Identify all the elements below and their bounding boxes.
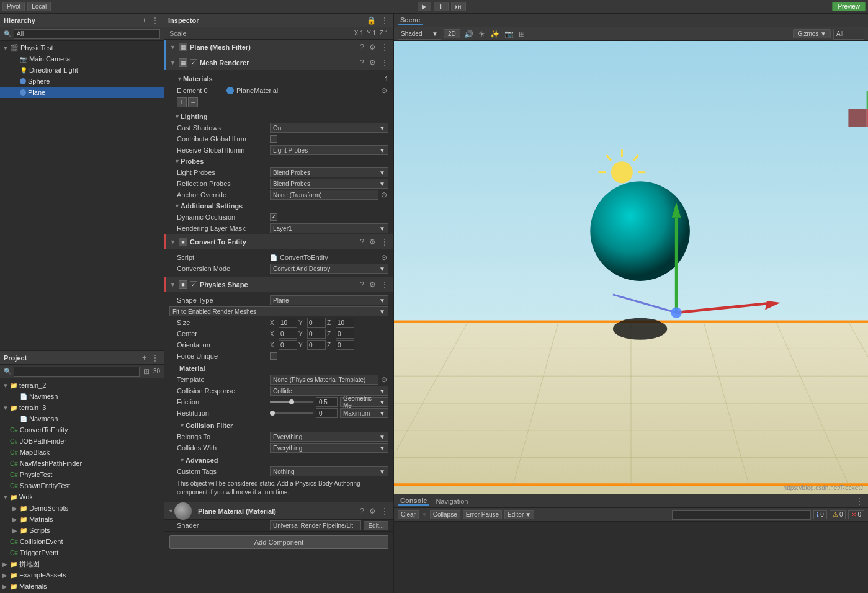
physics-shape-header[interactable]: ▼ ■ ✓ Physics Shape ? ⚙ ⋮ bbox=[164, 277, 393, 292]
restitution-input[interactable] bbox=[316, 408, 338, 418]
toolbar-pause-btn[interactable]: ⏸ bbox=[434, 2, 449, 11]
cte-conversion-dropdown[interactable]: Convert And Destroy ▼ bbox=[270, 264, 388, 274]
grid-icon[interactable]: ⊞ bbox=[517, 30, 526, 38]
project-item-matrials[interactable]: ▶ 📁 Matrials bbox=[0, 514, 164, 525]
template-dropdown[interactable]: None (Physics Material Template) bbox=[270, 375, 378, 385]
ps-settings-icon[interactable]: ⚙ bbox=[368, 280, 377, 289]
project-item-navmesh1[interactable]: 📄 Navmesh bbox=[0, 391, 164, 402]
project-item-jobpathfinder[interactable]: C# JOBPathFinder bbox=[0, 435, 164, 447]
mat-add-btn[interactable]: + bbox=[177, 97, 187, 107]
anchor-override-pick-icon[interactable]: ⊙ bbox=[380, 190, 388, 199]
receive-gi-dropdown[interactable]: Light Probes ▼ bbox=[270, 145, 388, 155]
project-item-physictest[interactable]: C# PhysicTest bbox=[0, 469, 164, 480]
collision-filter-header[interactable]: ▼ Collision Filter bbox=[169, 420, 393, 431]
project-item-navmeshpf[interactable]: C# NavMeshPathFinder bbox=[0, 458, 164, 469]
collides-with-dropdown[interactable]: Everything ▼ bbox=[270, 443, 388, 453]
project-item-collisionevent[interactable]: C# CollisionEvent bbox=[0, 536, 164, 547]
size-z-input[interactable] bbox=[336, 318, 354, 328]
plane-mat-menu-icon[interactable]: ⋮ bbox=[380, 507, 390, 515]
project-item-tilemap[interactable]: ▶ 📁 拼地图 bbox=[0, 558, 164, 569]
inspector-menu-icon[interactable]: ⋮ bbox=[380, 16, 390, 25]
mesh-filter-menu-icon[interactable]: ⋮ bbox=[380, 43, 390, 51]
friction-slider-track[interactable] bbox=[270, 401, 313, 403]
template-pick-icon[interactable]: ⊙ bbox=[380, 375, 388, 384]
console-tab[interactable]: Console bbox=[398, 497, 429, 506]
edit-shader-btn[interactable]: Edit... bbox=[364, 521, 388, 530]
camera2-icon[interactable]: 📷 bbox=[503, 30, 515, 38]
project-item-terrain3[interactable]: ▼ 📁 terrain_3 bbox=[0, 402, 164, 413]
shape-type-dropdown[interactable]: Plane ▼ bbox=[270, 295, 388, 305]
hierarchy-item-maincamera[interactable]: 📷 Main Camera bbox=[0, 53, 164, 65]
hierarchy-item-light[interactable]: 💡 Directional Light bbox=[0, 65, 164, 76]
mesh-filter-header[interactable]: ▼ ▦ Plane (Mesh Filter) ? ⚙ ⋮ bbox=[164, 40, 393, 55]
project-item-converttentity[interactable]: C# ConvertToEntity bbox=[0, 424, 164, 435]
mesh-renderer-header[interactable]: ▼ ▦ ✓ Mesh Renderer ? ⚙ ⋮ bbox=[164, 55, 393, 70]
fx-icon[interactable]: ✨ bbox=[489, 30, 501, 38]
cte-settings-icon[interactable]: ⚙ bbox=[368, 238, 377, 246]
editor-btn[interactable]: Editor ▼ bbox=[504, 510, 534, 519]
mesh-renderer-settings-icon[interactable]: ⚙ bbox=[368, 58, 377, 67]
cast-shadows-dropdown[interactable]: On ▼ bbox=[270, 123, 388, 133]
mesh-renderer-menu-icon[interactable]: ⋮ bbox=[380, 58, 390, 67]
custom-tags-dropdown[interactable]: Nothing ▼ bbox=[270, 466, 388, 476]
mesh-renderer-help-icon[interactable]: ? bbox=[359, 58, 365, 67]
2d-btn[interactable]: 2D bbox=[444, 29, 460, 38]
center-y-input[interactable] bbox=[307, 329, 326, 339]
cte-menu-icon[interactable]: ⋮ bbox=[380, 238, 390, 246]
hierarchy-add-icon[interactable]: + bbox=[141, 16, 148, 25]
sun-icon[interactable]: ☀ bbox=[477, 30, 486, 38]
advanced-header[interactable]: ▼ Advanced bbox=[169, 455, 393, 466]
project-item-scripts[interactable]: ▶ 📁 Scripts bbox=[0, 525, 164, 536]
preview-btn[interactable]: Preview bbox=[832, 2, 866, 11]
restitution-slider-track[interactable] bbox=[270, 412, 313, 414]
restitution-mode-dropdown[interactable]: Maximum ▼ bbox=[340, 408, 388, 418]
shader-dropdown[interactable]: Universal Render Pipeline/Lit bbox=[270, 520, 361, 530]
clear-btn[interactable]: Clear bbox=[398, 510, 419, 519]
center-x-input[interactable] bbox=[279, 329, 297, 339]
scene-tab[interactable]: Scene bbox=[398, 16, 423, 25]
anchor-override-dropdown[interactable]: None (Transform) bbox=[270, 190, 378, 200]
project-item-materials[interactable]: ▶ 📁 Materials bbox=[0, 581, 164, 592]
lighting-header[interactable]: ▼ Lighting bbox=[164, 111, 393, 122]
collision-response-dropdown[interactable]: Collide ▼ bbox=[270, 386, 388, 396]
size-y-input[interactable] bbox=[307, 318, 326, 328]
ps-menu-icon[interactable]: ⋮ bbox=[380, 280, 390, 289]
project-item-spawnentity[interactable]: C# SpawnEntityTest bbox=[0, 480, 164, 491]
console-menu-icon[interactable]: ⋮ bbox=[854, 497, 864, 506]
hierarchy-item-physictest[interactable]: ▼ 🎬 PhysicTest bbox=[0, 42, 164, 53]
orient-z-input[interactable] bbox=[336, 340, 354, 350]
project-menu-icon[interactable]: ⋮ bbox=[150, 354, 160, 362]
gizmos-btn[interactable]: Gizmos ▼ bbox=[793, 29, 831, 38]
ps-help-icon[interactable]: ? bbox=[359, 280, 365, 289]
material-sub-header[interactable]: Material bbox=[169, 363, 393, 374]
mesh-filter-settings-icon[interactable]: ⚙ bbox=[368, 43, 377, 51]
plane-mat-settings-icon[interactable]: ⚙ bbox=[368, 507, 377, 515]
hierarchy-item-plane[interactable]: Plane bbox=[0, 87, 164, 98]
project-item-mapblack[interactable]: C# MapBlack bbox=[0, 447, 164, 458]
dynamic-occlusion-checkbox[interactable]: ✓ bbox=[270, 213, 277, 221]
contribute-gi-checkbox[interactable] bbox=[270, 135, 277, 143]
fit-dropdown[interactable]: Fit to Enabled Render Meshes ▼ bbox=[169, 306, 388, 316]
hierarchy-menu-icon[interactable]: ⋮ bbox=[150, 16, 160, 25]
hierarchy-item-sphere[interactable]: Sphere bbox=[0, 76, 164, 87]
audio-icon[interactable]: 🔊 bbox=[463, 30, 475, 38]
reflection-probes-dropdown[interactable]: Blend Probes ▼ bbox=[270, 179, 388, 189]
material-pick-icon[interactable]: ⊙ bbox=[380, 86, 388, 95]
rendering-layer-dropdown[interactable]: Layer1 ▼ bbox=[270, 223, 388, 233]
convert-to-entity-header[interactable]: ▼ ■ Convert To Entity ? ⚙ ⋮ bbox=[164, 234, 393, 249]
orient-y-input[interactable] bbox=[307, 340, 326, 350]
project-add-icon[interactable]: + bbox=[141, 354, 148, 362]
size-x-input[interactable] bbox=[279, 318, 297, 328]
friction-mode-dropdown[interactable]: Geometric Me ▼ bbox=[340, 397, 388, 407]
additional-settings-header[interactable]: ▼ Additional Settings bbox=[164, 200, 393, 212]
toolbar-local-btn[interactable]: Local bbox=[27, 2, 51, 11]
project-filter-icon[interactable]: ⊞ bbox=[142, 367, 151, 376]
ps-checkbox[interactable]: ✓ bbox=[190, 281, 197, 288]
mat-remove-btn[interactable]: − bbox=[188, 97, 198, 107]
toolbar-pivot-btn[interactable]: Pivot bbox=[2, 2, 25, 11]
toolbar-play-btn[interactable]: ▶ bbox=[418, 2, 431, 11]
toolbar-step-btn[interactable]: ⏭ bbox=[451, 2, 466, 11]
console-search-input[interactable] bbox=[672, 510, 811, 520]
light-probes-dropdown[interactable]: Blend Probes ▼ bbox=[270, 167, 388, 177]
friction-input[interactable] bbox=[316, 397, 338, 407]
